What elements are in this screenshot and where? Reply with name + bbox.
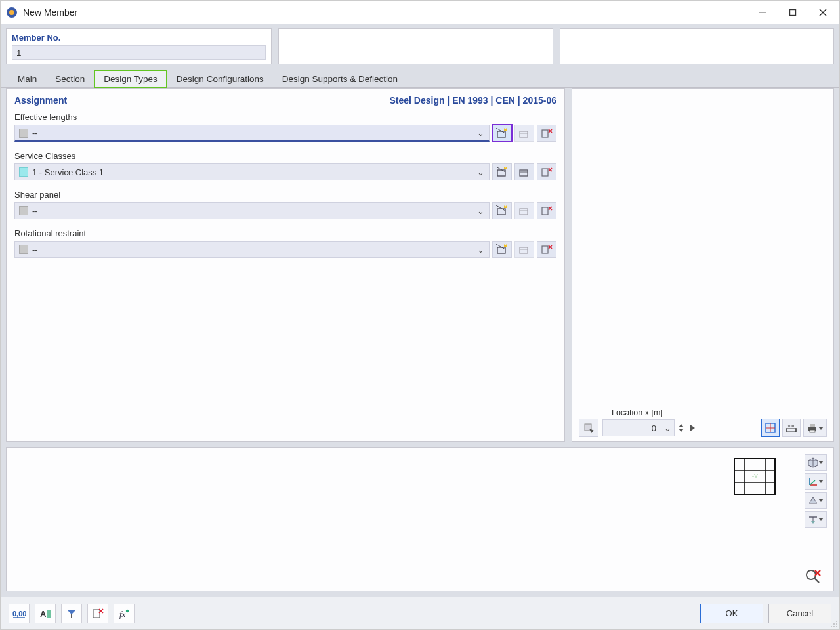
svg-rect-11 [542,130,548,137]
clear-button[interactable] [87,604,108,623]
chevron-down-icon: ⌄ [474,206,486,216]
view-mode-section-button[interactable] [761,419,780,437]
chevron-down-icon: ⌄ [474,128,486,138]
chevron-down-icon: ⌄ [474,245,486,255]
effective-lengths-delete-button[interactable] [537,125,556,142]
resize-grip-icon[interactable] [830,620,838,628]
shear-panel-combo[interactable]: -- ⌄ [14,202,490,219]
font-button[interactable]: A [35,604,56,623]
shear-panel-label: Shear panel [14,190,556,200]
svg-rect-33 [520,247,528,253]
tab-section[interactable]: Section [46,70,94,87]
svg-text:A: A [40,609,47,619]
rotational-restraint-edit-button[interactable] [514,241,534,258]
svg-line-67 [814,578,819,583]
rotational-restraint-new-button[interactable] [492,241,512,258]
svg-marker-32 [504,244,507,247]
chevron-down-icon: ⌄ [474,167,486,177]
swatch-icon [19,206,28,215]
effective-lengths-combo[interactable]: -- ⌄ [14,125,490,142]
tab-design-supports-deflection[interactable]: Design Supports & Deflection [273,70,407,87]
shear-panel-value: -- [32,206,474,216]
preview-panel: Location x [m] 0 ⌄ [572,88,834,442]
effective-lengths-value: -- [32,128,474,138]
svg-point-81 [836,626,837,627]
svg-rect-6 [497,131,505,137]
swatch-icon [19,129,28,138]
rotational-restraint-delete-button[interactable] [537,241,556,258]
svg-point-83 [836,623,837,625]
view-supports-button[interactable] [805,511,827,528]
svg-text:fx: fx [119,609,126,619]
function-button[interactable]: fx [114,604,135,623]
view-axes-button[interactable] [805,473,827,490]
cancel-button-label: Cancel [787,608,813,618]
model-view-panel: -Y [6,447,834,591]
member-no-panel: Member No. [6,28,272,64]
mesh-grid-icon: -Y [734,458,776,495]
svg-marker-16 [504,167,507,169]
svg-line-61 [810,480,815,485]
dropdown-caret-icon [818,518,824,521]
service-classes-new-button[interactable] [492,163,512,180]
close-button[interactable] [808,3,838,22]
minimize-button[interactable] [747,3,778,22]
effective-lengths-edit-button[interactable] [514,125,534,142]
tab-design-configurations[interactable]: Design Configurations [167,70,273,87]
view-isometric-button[interactable] [805,454,827,471]
service-classes-label: Service Classes [14,151,556,161]
header-strip: Member No. [1,24,839,68]
dropdown-caret-icon [818,461,824,464]
rotational-restraint-combo[interactable]: -- ⌄ [14,241,490,258]
shear-panel-new-button[interactable] [492,202,512,219]
effective-lengths-new-button[interactable] [492,125,512,142]
dropdown-caret-icon [818,427,824,430]
shear-panel-delete-button[interactable] [537,202,556,219]
view-render-button[interactable] [805,492,827,509]
play-icon[interactable] [690,425,695,431]
zoom-reset-button[interactable] [805,568,822,584]
svg-rect-49 [810,430,815,432]
tab-design-types[interactable]: Design Types [94,70,167,88]
window-title: New Member [23,7,747,18]
effective-lengths-label: Effective lengths [14,112,556,122]
service-classes-combo[interactable]: 1 - Service Class 1 ⌄ [14,163,490,180]
cancel-button[interactable]: Cancel [768,604,831,623]
shear-panel-edit-button[interactable] [514,202,534,219]
units-button[interactable]: 0,00 [9,604,30,623]
ok-button[interactable]: OK [700,604,763,623]
svg-point-80 [126,609,129,612]
dropdown-caret-icon [818,499,824,502]
svg-point-84 [831,626,832,627]
view-mode-dimensions-button[interactable]: 100 [782,419,801,437]
svg-rect-76 [93,610,100,618]
location-x-combo[interactable]: 0 ⌄ [602,419,675,436]
rotational-restraint-label: Rotational restraint [14,228,556,238]
svg-rect-19 [542,169,548,176]
ok-button-label: OK [726,608,738,618]
swatch-icon [19,167,28,177]
dialog-footer: 0,00 A fx OK Cancel [1,597,839,629]
print-button[interactable] [803,419,827,437]
location-x-label: Location x [m] [612,408,827,417]
chevron-down-icon: ⌄ [664,423,671,433]
svg-marker-8 [504,128,507,131]
tab-main[interactable]: Main [9,70,46,87]
svg-marker-62 [809,497,817,503]
maximize-button[interactable] [778,3,808,22]
svg-marker-24 [504,205,507,208]
service-classes-delete-button[interactable] [537,163,556,180]
member-no-input[interactable] [12,45,266,60]
svg-rect-27 [542,207,548,215]
svg-rect-9 [520,131,528,137]
service-classes-edit-button[interactable] [514,163,534,180]
svg-rect-48 [810,424,815,427]
pick-location-button[interactable] [579,419,598,437]
location-x-spinner[interactable] [679,424,686,432]
svg-marker-74 [67,610,76,614]
svg-rect-3 [790,9,796,15]
titlebar: New Member [1,1,839,24]
svg-point-82 [833,626,835,627]
pick-button[interactable] [61,604,82,623]
assignment-title: Assignment [14,95,67,106]
